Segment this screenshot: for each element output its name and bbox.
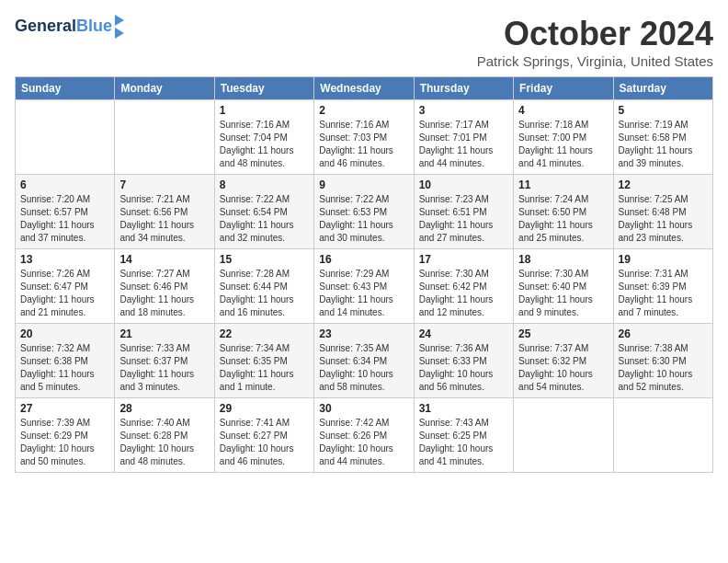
- day-number: 1: [220, 104, 309, 117]
- calendar-cell: 11Sunrise: 7:24 AM Sunset: 6:50 PM Dayli…: [514, 175, 613, 249]
- logo: GeneralBlue: [15, 15, 124, 39]
- day-number: 22: [220, 327, 309, 340]
- day-info: Sunrise: 7:42 AM Sunset: 6:26 PM Dayligh…: [319, 417, 408, 468]
- calendar-cell: [514, 398, 613, 473]
- day-number: 7: [119, 178, 209, 191]
- weekday-header-friday: Friday: [514, 77, 613, 100]
- day-info: Sunrise: 7:17 AM Sunset: 7:01 PM Dayligh…: [419, 119, 508, 170]
- day-info: Sunrise: 7:30 AM Sunset: 6:40 PM Dayligh…: [518, 268, 608, 319]
- day-info: Sunrise: 7:39 AM Sunset: 6:29 PM Dayligh…: [20, 417, 109, 468]
- week-row-4: 20Sunrise: 7:32 AM Sunset: 6:38 PM Dayli…: [16, 324, 713, 398]
- calendar-cell: 31Sunrise: 7:43 AM Sunset: 6:25 PM Dayli…: [414, 398, 513, 473]
- calendar-cell: 8Sunrise: 7:22 AM Sunset: 6:54 PM Daylig…: [214, 175, 313, 249]
- day-info: Sunrise: 7:16 AM Sunset: 7:04 PM Dayligh…: [220, 119, 309, 170]
- calendar-cell: 2Sunrise: 7:16 AM Sunset: 7:03 PM Daylig…: [314, 100, 414, 175]
- calendar-cell: 18Sunrise: 7:30 AM Sunset: 6:40 PM Dayli…: [514, 249, 613, 324]
- calendar-cell: 26Sunrise: 7:38 AM Sunset: 6:30 PM Dayli…: [613, 324, 712, 398]
- day-info: Sunrise: 7:31 AM Sunset: 6:39 PM Dayligh…: [619, 268, 708, 319]
- calendar-cell: 23Sunrise: 7:35 AM Sunset: 6:34 PM Dayli…: [314, 324, 414, 398]
- page-header: GeneralBlue October 2024 Patrick Springs…: [15, 15, 713, 69]
- week-row-5: 27Sunrise: 7:39 AM Sunset: 6:29 PM Dayli…: [16, 398, 713, 473]
- day-info: Sunrise: 7:29 AM Sunset: 6:43 PM Dayligh…: [319, 268, 408, 319]
- calendar-cell: 9Sunrise: 7:22 AM Sunset: 6:53 PM Daylig…: [314, 175, 414, 249]
- day-number: 8: [220, 178, 309, 191]
- day-info: Sunrise: 7:34 AM Sunset: 6:35 PM Dayligh…: [220, 342, 309, 394]
- day-number: 26: [619, 327, 708, 340]
- day-info: Sunrise: 7:21 AM Sunset: 6:56 PM Dayligh…: [119, 193, 209, 245]
- day-number: 13: [20, 253, 109, 266]
- month-title: October 2024: [477, 15, 713, 53]
- day-info: Sunrise: 7:27 AM Sunset: 6:46 PM Dayligh…: [119, 268, 209, 319]
- day-info: Sunrise: 7:30 AM Sunset: 6:42 PM Dayligh…: [419, 268, 508, 319]
- day-info: Sunrise: 7:22 AM Sunset: 6:54 PM Dayligh…: [220, 193, 309, 245]
- day-info: Sunrise: 7:43 AM Sunset: 6:25 PM Dayligh…: [419, 417, 508, 468]
- week-row-1: 1Sunrise: 7:16 AM Sunset: 7:04 PM Daylig…: [16, 100, 713, 175]
- day-number: 27: [20, 402, 109, 415]
- day-number: 4: [518, 104, 608, 117]
- day-info: Sunrise: 7:26 AM Sunset: 6:47 PM Dayligh…: [20, 268, 109, 319]
- calendar-cell: [16, 100, 115, 175]
- weekday-header-wednesday: Wednesday: [314, 77, 414, 100]
- calendar-cell: 17Sunrise: 7:30 AM Sunset: 6:42 PM Dayli…: [414, 249, 513, 324]
- day-info: Sunrise: 7:37 AM Sunset: 6:32 PM Dayligh…: [518, 342, 608, 394]
- day-info: Sunrise: 7:22 AM Sunset: 6:53 PM Dayligh…: [319, 193, 408, 245]
- day-number: 17: [419, 253, 508, 266]
- day-number: 30: [319, 402, 408, 415]
- weekday-header-row: SundayMondayTuesdayWednesdayThursdayFrid…: [16, 77, 713, 100]
- day-info: Sunrise: 7:38 AM Sunset: 6:30 PM Dayligh…: [619, 342, 708, 394]
- weekday-header-thursday: Thursday: [414, 77, 513, 100]
- day-number: 29: [220, 402, 309, 415]
- calendar-cell: 30Sunrise: 7:42 AM Sunset: 6:26 PM Dayli…: [314, 398, 414, 473]
- day-number: 6: [20, 178, 109, 191]
- calendar-cell: 4Sunrise: 7:18 AM Sunset: 7:00 PM Daylig…: [514, 100, 613, 175]
- day-info: Sunrise: 7:23 AM Sunset: 6:51 PM Dayligh…: [419, 193, 508, 245]
- day-number: 9: [319, 178, 408, 191]
- calendar-cell: 29Sunrise: 7:41 AM Sunset: 6:27 PM Dayli…: [214, 398, 313, 473]
- day-info: Sunrise: 7:36 AM Sunset: 6:33 PM Dayligh…: [419, 342, 508, 394]
- calendar-cell: 15Sunrise: 7:28 AM Sunset: 6:44 PM Dayli…: [214, 249, 313, 324]
- calendar-cell: 16Sunrise: 7:29 AM Sunset: 6:43 PM Dayli…: [314, 249, 414, 324]
- day-number: 11: [518, 178, 608, 191]
- calendar-cell: 22Sunrise: 7:34 AM Sunset: 6:35 PM Dayli…: [214, 324, 313, 398]
- calendar-cell: [115, 100, 214, 175]
- location: Patrick Springs, Virginia, United States: [477, 53, 713, 69]
- day-info: Sunrise: 7:41 AM Sunset: 6:27 PM Dayligh…: [220, 417, 309, 468]
- calendar-cell: 12Sunrise: 7:25 AM Sunset: 6:48 PM Dayli…: [613, 175, 712, 249]
- weekday-header-monday: Monday: [115, 77, 214, 100]
- calendar-cell: 28Sunrise: 7:40 AM Sunset: 6:28 PM Dayli…: [115, 398, 214, 473]
- calendar-cell: 25Sunrise: 7:37 AM Sunset: 6:32 PM Dayli…: [514, 324, 613, 398]
- day-number: 20: [20, 327, 109, 340]
- calendar-cell: 7Sunrise: 7:21 AM Sunset: 6:56 PM Daylig…: [115, 175, 214, 249]
- day-number: 21: [119, 327, 209, 340]
- logo-text: GeneralBlue: [15, 17, 112, 36]
- calendar-cell: 13Sunrise: 7:26 AM Sunset: 6:47 PM Dayli…: [16, 249, 115, 324]
- day-number: 18: [518, 253, 608, 266]
- day-info: Sunrise: 7:35 AM Sunset: 6:34 PM Dayligh…: [319, 342, 408, 394]
- day-info: Sunrise: 7:24 AM Sunset: 6:50 PM Dayligh…: [518, 193, 608, 245]
- calendar-cell: 10Sunrise: 7:23 AM Sunset: 6:51 PM Dayli…: [414, 175, 513, 249]
- day-info: Sunrise: 7:18 AM Sunset: 7:00 PM Dayligh…: [518, 119, 608, 170]
- day-info: Sunrise: 7:40 AM Sunset: 6:28 PM Dayligh…: [119, 417, 209, 468]
- day-number: 23: [319, 327, 408, 340]
- calendar-cell: 14Sunrise: 7:27 AM Sunset: 6:46 PM Dayli…: [115, 249, 214, 324]
- calendar-table: SundayMondayTuesdayWednesdayThursdayFrid…: [15, 76, 713, 473]
- day-number: 16: [319, 253, 408, 266]
- weekday-header-saturday: Saturday: [613, 77, 712, 100]
- day-number: 28: [119, 402, 209, 415]
- day-number: 24: [419, 327, 508, 340]
- calendar-cell: 19Sunrise: 7:31 AM Sunset: 6:39 PM Dayli…: [613, 249, 712, 324]
- day-number: 10: [419, 178, 508, 191]
- calendar-cell: [613, 398, 712, 473]
- calendar-cell: 27Sunrise: 7:39 AM Sunset: 6:29 PM Dayli…: [16, 398, 115, 473]
- day-info: Sunrise: 7:32 AM Sunset: 6:38 PM Dayligh…: [20, 342, 109, 394]
- day-info: Sunrise: 7:16 AM Sunset: 7:03 PM Dayligh…: [319, 119, 408, 170]
- day-info: Sunrise: 7:20 AM Sunset: 6:57 PM Dayligh…: [20, 193, 109, 245]
- calendar-cell: 6Sunrise: 7:20 AM Sunset: 6:57 PM Daylig…: [16, 175, 115, 249]
- day-info: Sunrise: 7:25 AM Sunset: 6:48 PM Dayligh…: [619, 193, 708, 245]
- day-number: 19: [619, 253, 708, 266]
- title-section: October 2024 Patrick Springs, Virginia, …: [477, 15, 713, 69]
- day-info: Sunrise: 7:28 AM Sunset: 6:44 PM Dayligh…: [220, 268, 309, 319]
- day-number: 15: [220, 253, 309, 266]
- calendar-cell: 20Sunrise: 7:32 AM Sunset: 6:38 PM Dayli…: [16, 324, 115, 398]
- day-number: 25: [518, 327, 608, 340]
